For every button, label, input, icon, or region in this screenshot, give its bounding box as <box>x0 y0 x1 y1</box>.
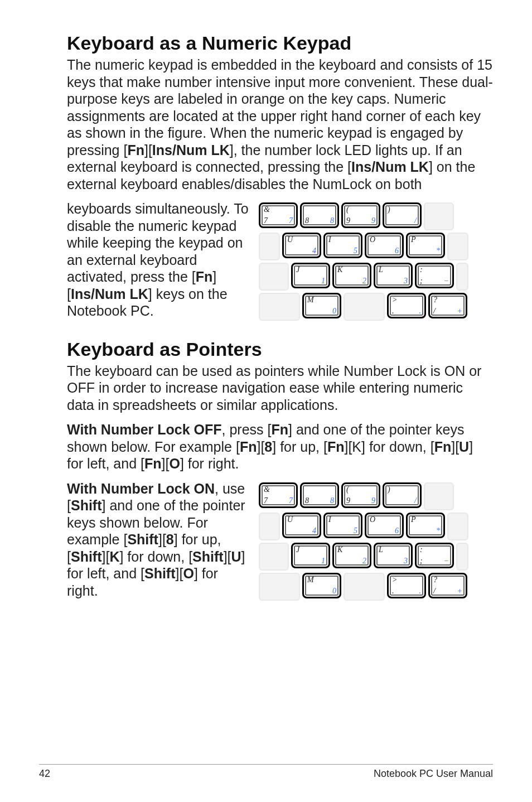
heading-pointers: Keyboard as Pointers <box>67 339 493 360</box>
para-numlock-off: With Number Lock OFF, press [Fn] and one… <box>67 421 493 472</box>
footer-title: Notebook PC User Manual <box>374 768 493 780</box>
key: (99 <box>341 482 380 508</box>
key: I5 <box>323 513 362 538</box>
key: J1 <box>291 543 330 568</box>
key: :;− <box>415 543 454 568</box>
key: ?/+ <box>428 293 467 318</box>
keypad-illustration-2: &7788(99)/U4I5O6P*J1K2L3:;−M0>..?/+ <box>259 482 493 601</box>
page: Keyboard as a Numeric Keypad The numeric… <box>0 0 532 802</box>
para-pointers-intro: The keyboard can be used as pointers whi… <box>67 363 493 414</box>
key: M0 <box>302 293 341 318</box>
key: I5 <box>323 233 362 258</box>
key: P* <box>406 233 445 258</box>
para-numeric-keypad-2: keyboards simultaneously. To disable the… <box>67 200 249 320</box>
key: :;− <box>415 263 454 288</box>
heading-numeric-keypad: Keyboard as a Numeric Keypad <box>67 32 493 54</box>
key: U4 <box>282 513 321 538</box>
key: L3 <box>374 543 413 568</box>
row-keypad-2: With Number Lock ON, use [Shift] and one… <box>67 480 493 607</box>
page-number: 42 <box>39 768 50 780</box>
page-footer: 42 Notebook PC User Manual <box>39 764 493 780</box>
key: L3 <box>374 263 413 288</box>
key: 88 <box>300 202 339 228</box>
key: O6 <box>365 233 404 258</box>
key: 88 <box>300 482 339 508</box>
key: U4 <box>282 233 321 258</box>
key: O6 <box>365 513 404 538</box>
key: &77 <box>259 482 298 508</box>
key: (99 <box>341 202 380 228</box>
key: >.. <box>387 293 426 318</box>
key: M0 <box>302 573 341 598</box>
row-keypad-1: keyboards simultaneously. To disable the… <box>67 200 493 327</box>
key: J1 <box>291 263 330 288</box>
key: )/ <box>383 482 422 508</box>
key: )/ <box>383 202 422 228</box>
keypad-illustration-1: &7788(99)/U4I5O6P*J1K2L3:;−M0>..?/+ <box>259 202 493 321</box>
key: ?/+ <box>428 573 467 598</box>
key: K2 <box>332 543 371 568</box>
para-numlock-on: With Number Lock ON, use [Shift] and one… <box>67 480 249 600</box>
key: P* <box>406 513 445 538</box>
para-numeric-keypad-1: The numeric keypad is embedded in the ke… <box>67 56 493 192</box>
key: K2 <box>332 263 371 288</box>
key: >.. <box>387 573 426 598</box>
key: &77 <box>259 202 298 228</box>
